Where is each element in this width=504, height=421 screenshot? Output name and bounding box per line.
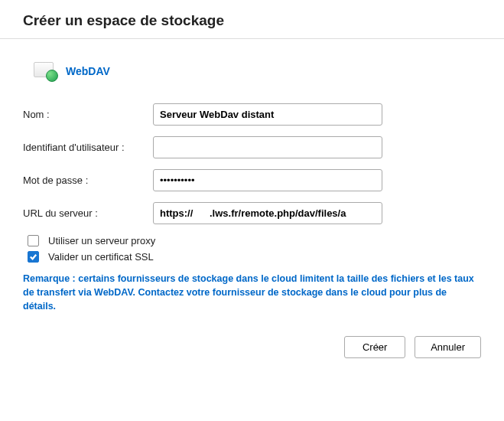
note-text: Remarque : certains fournisseurs de stoc…	[23, 272, 481, 313]
cancel-button[interactable]: Annuler	[415, 336, 481, 358]
url-field[interactable]	[153, 202, 382, 224]
ssl-checkbox[interactable]	[28, 251, 39, 263]
webdav-icon	[34, 60, 58, 82]
page-title: Créer un espace de stockage	[23, 12, 481, 29]
url-label: URL du serveur :	[23, 207, 153, 219]
user-field[interactable]	[153, 136, 382, 158]
name-field[interactable]	[153, 103, 382, 126]
provider-name: WebDAV	[66, 65, 110, 77]
ssl-checkbox-row[interactable]: Valider un certificat SSL	[23, 251, 481, 263]
proxy-checkbox-label: Utiliser un serveur proxy	[48, 235, 155, 246]
user-label: Identifiant d'utilisateur :	[23, 142, 153, 153]
create-button[interactable]: Créer	[344, 336, 405, 358]
ssl-checkbox-label: Valider un certificat SSL	[48, 251, 154, 263]
password-field[interactable]	[153, 169, 382, 191]
password-label: Mot de passe :	[23, 175, 153, 186]
provider-row: WebDAV	[23, 60, 481, 82]
name-label: Nom :	[23, 109, 153, 120]
proxy-checkbox-row[interactable]: Utiliser un serveur proxy	[23, 235, 481, 246]
proxy-checkbox[interactable]	[28, 235, 39, 246]
